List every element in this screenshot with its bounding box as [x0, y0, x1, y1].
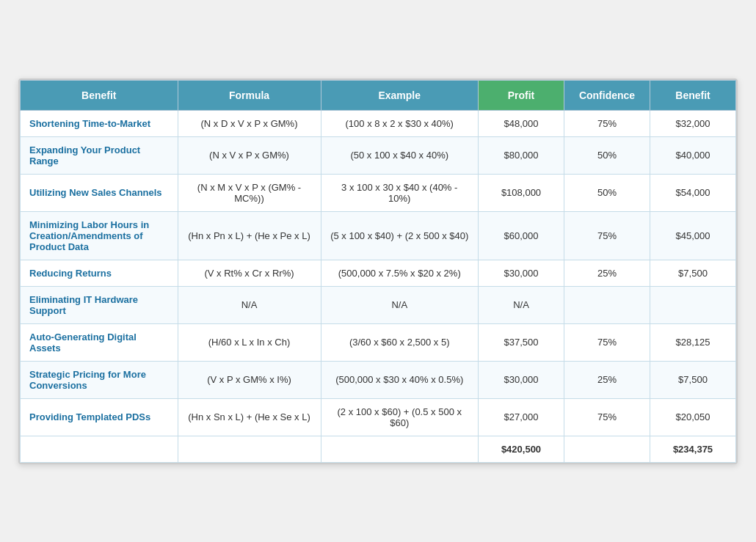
cell-formula: (N x D x V x P x GM%) — [178, 110, 321, 136]
table-row: Providing Templated PDSs(Hn x Sn x L) + … — [21, 398, 736, 436]
col-benefit2-header: Benefit — [650, 80, 736, 110]
cell-profit: $108,000 — [479, 174, 564, 211]
cell-confidence: 50% — [564, 136, 650, 174]
cell-benefit: Auto-Generating Digital Assets — [21, 323, 178, 361]
table-row: Expanding Your Product Range(N x V x P x… — [21, 136, 736, 174]
benefits-table: Benefit Formula Example Profit Confidenc… — [20, 80, 736, 463]
cell-confidence: 75% — [564, 398, 650, 436]
col-profit-header: Profit — [479, 80, 564, 110]
total-cell-confidence — [564, 436, 650, 462]
cell-example: (2 x 100 x $60) + (0.5 x 500 x $60) — [321, 398, 479, 436]
cell-profit: $80,000 — [479, 136, 564, 174]
cell-profit: $37,500 — [479, 323, 564, 361]
table-row: Minimizing Labor Hours in Creation/Amend… — [21, 211, 736, 260]
col-formula-header: Formula — [178, 80, 321, 110]
cell-example: (5 x 100 x $40) + (2 x 500 x $40) — [321, 211, 479, 260]
cell-benefit: Expanding Your Product Range — [21, 136, 178, 174]
table-row: Shortening Time-to-Market(N x D x V x P … — [21, 110, 736, 136]
cell-formula: (Hn x Pn x L) + (He x Pe x L) — [178, 211, 321, 260]
cell-example: 3 x 100 x 30 x $40 x (40% - 10%) — [321, 174, 479, 211]
cell-profit: $60,000 — [479, 211, 564, 260]
cell-formula: (V x P x GM% x I%) — [178, 361, 321, 398]
cell-benefit2: $20,050 — [650, 398, 736, 436]
cell-profit: $30,000 — [479, 260, 564, 286]
cell-benefit2: $28,125 — [650, 323, 736, 361]
cell-benefit: Minimizing Labor Hours in Creation/Amend… — [21, 211, 178, 260]
cell-confidence: 25% — [564, 361, 650, 398]
cell-confidence: 25% — [564, 260, 650, 286]
cell-benefit: Shortening Time-to-Market — [21, 110, 178, 136]
cell-example: (500,000 x 7.5% x $20 x 2%) — [321, 260, 479, 286]
cell-formula: (N x V x P x GM%) — [178, 136, 321, 174]
cell-benefit2: $45,000 — [650, 211, 736, 260]
cell-benefit: Providing Templated PDSs — [21, 398, 178, 436]
cell-example: (500,000 x $30 x 40% x 0.5%) — [321, 361, 479, 398]
cell-formula: (Hn x Sn x L) + (He x Se x L) — [178, 398, 321, 436]
cell-profit: $27,000 — [479, 398, 564, 436]
total-cell-benefit2: $234,375 — [650, 436, 736, 462]
table-row: Eliminating IT Hardware SupportN/AN/AN/A — [21, 286, 736, 323]
main-table-container: Benefit Formula Example Profit Confidenc… — [18, 78, 738, 464]
col-example-header: Example — [321, 80, 479, 110]
cell-benefit2: $54,000 — [650, 174, 736, 211]
cell-benefit: Strategic Pricing for More Conversions — [21, 361, 178, 398]
table-row: Utilizing New Sales Channels(N x M x V x… — [21, 174, 736, 211]
cell-confidence: 50% — [564, 174, 650, 211]
table-row: Auto-Generating Digital Assets(H/60 x L … — [21, 323, 736, 361]
table-row: Strategic Pricing for More Conversions(V… — [21, 361, 736, 398]
total-row: $420,500$234,375 — [21, 436, 736, 462]
cell-example: N/A — [321, 286, 479, 323]
col-benefit-header: Benefit — [21, 80, 178, 110]
cell-example: (3/60 x $60 x 2,500 x 5) — [321, 323, 479, 361]
total-cell-profit: $420,500 — [479, 436, 564, 462]
cell-confidence: 75% — [564, 211, 650, 260]
table-body: Shortening Time-to-Market(N x D x V x P … — [21, 110, 736, 462]
cell-formula: (V x Rt% x Cr x Rr%) — [178, 260, 321, 286]
cell-benefit2: $7,500 — [650, 361, 736, 398]
cell-formula: (N x M x V x P x (GM% - MC%)) — [178, 174, 321, 211]
cell-example: (50 x 100 x $40 x 40%) — [321, 136, 479, 174]
cell-benefit: Utilizing New Sales Channels — [21, 174, 178, 211]
cell-confidence: 75% — [564, 323, 650, 361]
table-row: Reducing Returns(V x Rt% x Cr x Rr%)(500… — [21, 260, 736, 286]
cell-benefit: Reducing Returns — [21, 260, 178, 286]
cell-benefit2: $40,000 — [650, 136, 736, 174]
cell-benefit: Eliminating IT Hardware Support — [21, 286, 178, 323]
total-cell-benefit — [21, 436, 178, 462]
cell-profit: $48,000 — [479, 110, 564, 136]
col-confidence-header: Confidence — [564, 80, 650, 110]
cell-formula: (H/60 x L x In x Ch) — [178, 323, 321, 361]
cell-confidence — [564, 286, 650, 323]
cell-benefit2 — [650, 286, 736, 323]
total-cell-example — [321, 436, 479, 462]
cell-confidence: 75% — [564, 110, 650, 136]
cell-formula: N/A — [178, 286, 321, 323]
cell-benefit2: $7,500 — [650, 260, 736, 286]
header-row: Benefit Formula Example Profit Confidenc… — [21, 80, 736, 110]
cell-profit: N/A — [479, 286, 564, 323]
cell-benefit2: $32,000 — [650, 110, 736, 136]
cell-profit: $30,000 — [479, 361, 564, 398]
cell-example: (100 x 8 x 2 x $30 x 40%) — [321, 110, 479, 136]
total-cell-formula — [178, 436, 321, 462]
